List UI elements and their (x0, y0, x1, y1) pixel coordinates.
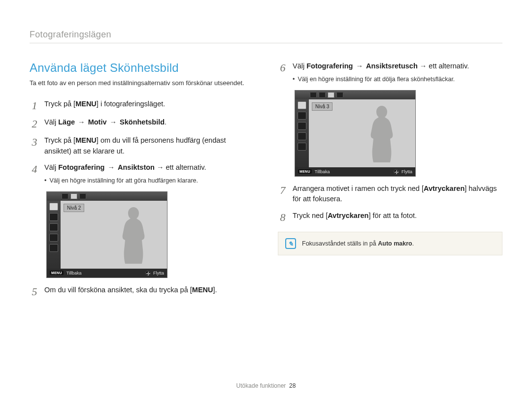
camera-lcd: Nivå 3 MENU Tillbaka Flytta (295, 90, 416, 177)
size-icon (298, 122, 306, 130)
step-body: Tryck på [MENU] i fotograferingsläget. (44, 99, 254, 110)
step-7: 7 Arrangera motivet i ramen och tryck ne… (278, 184, 502, 205)
level-label: Nivå 3 (312, 102, 332, 111)
text: Välj (293, 62, 306, 70)
menu-key: MENU (192, 286, 213, 294)
right-column: 6 Välj Fotografering → Ansiktsretusch → … (278, 61, 502, 303)
step-body: Arrangera motivet i ramen och tryck ned … (293, 184, 502, 205)
size-icon (49, 223, 58, 231)
lcd-bottombar: MENU Tillbaka Flytta (47, 269, 167, 278)
text: Tryck på [ (44, 136, 75, 144)
camera-lcd: Nivå 2 MENU Tillbaka Flytta (46, 191, 167, 278)
lcd-body: Nivå 3 (295, 99, 415, 167)
path-part: Skönhetsbild (120, 118, 165, 126)
level-dot-icon (70, 193, 77, 199)
path-part: Motiv (88, 118, 107, 126)
step-number: 5 (30, 286, 39, 297)
arrow-icon: → (353, 62, 366, 70)
level-dot-icon (336, 92, 343, 98)
footer-section: Utökade funktioner (236, 382, 286, 389)
step-5: 5 Om du vill försköna ansiktet, ska du t… (30, 285, 254, 297)
step-number: 8 (278, 212, 288, 223)
back-label: Tillbaka (315, 169, 330, 174)
arrow-icon: → (75, 118, 88, 126)
menu-key: MENU (75, 100, 97, 108)
text: → ett alternativ. (418, 62, 469, 70)
lcd-sidebar (295, 99, 309, 167)
step-number: 4 (30, 164, 39, 175)
step-number: 3 (30, 137, 39, 148)
sub-bullet: •Välj en högre inställning för att göra … (44, 176, 254, 185)
step-body: Tryck på [MENU] om du vill få personens … (44, 135, 254, 157)
step-2: 2 Välj Läge → Motiv → Skönhetsbild. (30, 117, 254, 129)
dpad-icon (394, 169, 399, 174)
info-note: ✎ Fokusavståndet ställs in på Auto makro… (278, 232, 502, 255)
lcd-canvas: Nivå 2 (61, 201, 167, 269)
sub-text: Välj en högre inställning för att dölja … (298, 75, 455, 84)
level-dot-icon (79, 193, 86, 199)
menu-chip-icon: MENU (298, 169, 312, 174)
step-body: Välj Fotografering → Ansiktston → ett al… (44, 162, 254, 185)
text: Välj (44, 118, 58, 126)
path-part: Ansiktsretusch (366, 62, 418, 70)
step-number: 6 (278, 62, 288, 73)
text: Arrangera motivet i ramen och tryck ned … (293, 185, 424, 192)
level-dot-icon (319, 92, 326, 98)
sound-off-icon (49, 244, 58, 252)
arrow-icon: → (106, 118, 120, 126)
text: ] för att ta fotot. (368, 212, 417, 219)
sub-bullet: •Välj en högre inställning för att dölja… (293, 75, 502, 84)
lcd-canvas: Nivå 3 (309, 99, 415, 167)
section-lead: Ta ett foto av en person med inställning… (30, 79, 254, 88)
step-4: 4 Välj Fotografering → Ansiktston → ett … (30, 162, 254, 185)
step-6: 6 Välj Fotografering → Ansiktsretusch → … (278, 61, 502, 84)
camera-lcd-figure-left: Nivå 2 MENU Tillbaka Flytta (46, 191, 254, 278)
steps-right-2: 7 Arrangera motivet i ramen och tryck ne… (278, 184, 502, 223)
sub-text: Välj en högre inställning för att göra h… (49, 176, 198, 185)
lcd-body: Nivå 2 (47, 201, 167, 269)
text: Om du vill försköna ansiktet, ska du try… (44, 286, 192, 294)
content-columns: Använda läget Skönhetsbild Ta ett foto a… (30, 61, 502, 303)
flash-icon (49, 203, 58, 211)
lcd-bottombar: MENU Tillbaka Flytta (295, 167, 415, 176)
info-icon: ✎ (285, 238, 296, 249)
level-dot-icon (328, 92, 334, 98)
step-number: 7 (278, 185, 288, 196)
shutter-key: Avtryckaren (328, 212, 368, 219)
dpad-icon (145, 271, 150, 276)
flash-icon (298, 101, 306, 109)
menu-chip-icon: MENU (50, 271, 64, 275)
text: ]. (213, 286, 217, 294)
path-part: Fotografering (306, 62, 353, 70)
text: Tryck på [ (44, 100, 75, 108)
step-body: Välj Läge → Motiv → Skönhetsbild. (44, 117, 254, 128)
step-number: 2 (30, 119, 39, 129)
move-label: Flytta (153, 271, 164, 276)
menu-key: MENU (75, 136, 97, 144)
lcd-sidebar (47, 201, 61, 269)
bullet-icon: • (293, 75, 295, 84)
text: → ett alternativ. (155, 163, 206, 171)
step-8: 8 Tryck ned [Avtryckaren] för att ta fot… (278, 211, 502, 223)
level-dot-icon (310, 92, 317, 98)
manual-page: Fotograferingslägen Använda läget Skönhe… (0, 0, 532, 401)
lcd-topbar (295, 91, 415, 99)
page-footer: Utökade funktioner 28 (0, 382, 532, 389)
step-number: 1 (30, 100, 39, 111)
face-detect-icon (298, 112, 306, 120)
text: . (412, 240, 414, 247)
person-silhouette-icon (114, 205, 153, 269)
left-column: Använda läget Skönhetsbild Ta ett foto a… (30, 61, 254, 303)
note-text: Fokusavståndet ställs in på Auto makro. (302, 240, 414, 247)
steps-left: 1 Tryck på [MENU] i fotograferingsläget.… (30, 99, 254, 185)
path-part: Fotografering (58, 163, 104, 171)
text: ] i fotograferingsläget. (97, 100, 165, 108)
step-body: Tryck ned [Avtryckaren] för att ta fotot… (293, 211, 502, 221)
grid-icon (298, 132, 306, 140)
back-label: Tillbaka (66, 271, 82, 276)
move-label: Flytta (401, 169, 412, 174)
sound-off-icon (298, 143, 306, 151)
page-number: 28 (289, 382, 296, 389)
grid-icon (49, 234, 58, 242)
lcd-topbar (47, 192, 167, 201)
